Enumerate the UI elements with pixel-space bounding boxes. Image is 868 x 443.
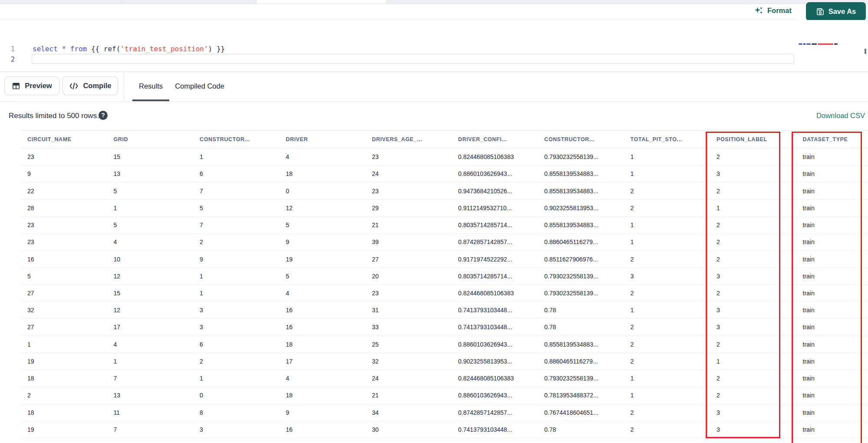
- table-row: 3212316310.7413793103448...0.7813train: [21, 302, 868, 319]
- table-cell: 0: [193, 392, 279, 399]
- table-grid-icon: [12, 82, 20, 90]
- format-button[interactable]: Format: [754, 6, 792, 15]
- table-row: 913618240.8860103626943...0.855813953488…: [21, 165, 868, 182]
- column-header: DATASET_TYPE: [796, 136, 868, 142]
- code-token: 'train_test_position': [120, 45, 208, 53]
- table-cell: 4: [279, 375, 366, 382]
- table-cell: 19: [21, 426, 107, 433]
- table-cell: 15: [107, 290, 194, 297]
- code-token: select: [33, 45, 58, 53]
- table-cell: 2: [624, 205, 710, 212]
- table-cell: 0.7413793103448...: [452, 307, 538, 314]
- code-token: from: [70, 45, 87, 53]
- table-cell: 23: [21, 238, 107, 245]
- table-cell: 2: [624, 426, 710, 433]
- tab-strip-active-tab: [256, 0, 386, 3]
- table-cell: 0.7413793103448...: [452, 324, 538, 331]
- column-header: DRIVERS_AGE_...: [365, 136, 452, 142]
- code-token: [58, 45, 62, 53]
- compile-button[interactable]: Compile: [62, 76, 118, 95]
- table-row: 22570230.9473684210526...0.8558139534883…: [21, 182, 868, 199]
- download-csv-link[interactable]: Download CSV: [816, 112, 865, 120]
- table-cell: 27: [21, 290, 107, 297]
- table-cell: 15: [107, 153, 194, 160]
- table-cell: 33: [365, 324, 452, 331]
- table-row: 197316300.7413793103448...0.7823train: [21, 421, 868, 438]
- table-cell: 21: [365, 222, 452, 228]
- table-cell: 16: [279, 307, 366, 314]
- panel-vertical-divider: [124, 72, 124, 101]
- table-cell: 0.8511627906976...: [538, 256, 624, 263]
- current-line-highlight: [32, 54, 794, 64]
- table-cell: 5: [107, 222, 194, 228]
- table-cell: 3: [710, 170, 796, 177]
- table-cell: 3: [710, 426, 796, 433]
- table-cell: 0.9112149532710...: [452, 205, 538, 212]
- tab-results[interactable]: Results: [132, 77, 169, 95]
- code-token: ) }}: [208, 45, 225, 53]
- table-cell: 0.8035714285714...: [452, 222, 538, 228]
- table-cell: 2: [710, 153, 796, 160]
- table-cell: 0.7813953488372...: [538, 392, 624, 399]
- table-cell: 5: [279, 222, 366, 228]
- table-cell: train: [796, 153, 868, 160]
- table-cell: train: [796, 170, 868, 177]
- table-cell: 0.7413793103448...: [452, 426, 538, 433]
- table-body: 231514230.8244680851063830.7930232558139…: [21, 149, 868, 438]
- tab-compiled-code[interactable]: Compiled Code: [174, 77, 226, 95]
- sparkles-icon: [754, 6, 763, 15]
- table-cell: 0.78: [538, 426, 624, 433]
- table-row: 281512290.9112149532710...0.902325581395…: [21, 200, 868, 217]
- table-cell: 13: [107, 392, 194, 399]
- table-cell: 1: [107, 358, 194, 365]
- table-cell: 12: [279, 205, 366, 212]
- table-cell: 16: [279, 324, 366, 331]
- sql-editor[interactable]: 1 2 select * from {{ ref('train_test_pos…: [0, 20, 868, 72]
- table-header-row: CIRCUIT_NAMEGRIDCONSTRUCTOR...DRIVERDRIV…: [21, 130, 868, 149]
- table-cell: 3: [193, 426, 279, 433]
- preview-button[interactable]: Preview: [4, 76, 59, 95]
- table-cell: 0.7930232558139...: [538, 290, 624, 297]
- table-cell: 2: [21, 392, 107, 399]
- table-cell: 0.7930232558139...: [538, 375, 624, 382]
- table-cell: 0.8558139534883...: [538, 170, 624, 177]
- help-icon[interactable]: ?: [99, 111, 108, 120]
- table-cell: 3: [710, 324, 796, 331]
- table-cell: 3: [710, 307, 796, 314]
- table-cell: train: [796, 358, 868, 365]
- table-cell: 4: [107, 341, 194, 348]
- table-cell: 8: [193, 409, 279, 416]
- table-cell: 23: [365, 290, 452, 297]
- table-cell: 1: [21, 341, 107, 348]
- table-cell: 3: [710, 273, 796, 280]
- table-cell: 0.824468085106383: [452, 290, 538, 297]
- table-cell: 2: [193, 238, 279, 245]
- table-cell: 3: [624, 273, 710, 280]
- save-as-button[interactable]: Save As: [806, 2, 866, 21]
- table-cell: train: [796, 290, 868, 297]
- table-cell: 5: [21, 273, 107, 280]
- table-cell: 13: [107, 170, 194, 177]
- results-table: CIRCUIT_NAMEGRIDCONSTRUCTOR...DRIVERDRIV…: [0, 130, 868, 438]
- table-cell: 0.8860103626943...: [452, 341, 538, 348]
- editor-scrollbar-mark[interactable]: [865, 49, 866, 54]
- table-cell: 23: [21, 222, 107, 228]
- table-cell: 2: [710, 375, 796, 382]
- table-cell: 0.8742857142857...: [452, 238, 538, 245]
- table-cell: 1: [193, 153, 279, 160]
- table-cell: 39: [365, 238, 452, 245]
- table-cell: 2: [624, 341, 710, 348]
- table-cell: 24: [365, 375, 452, 382]
- code-line-1: select * from {{ ref('train_test_positio…: [33, 44, 225, 54]
- table-cell: 0.8860103626943...: [452, 392, 538, 399]
- table-cell: 1: [107, 205, 194, 212]
- results-tab-underline: [132, 99, 169, 101]
- editor-minimap[interactable]: [799, 42, 864, 46]
- table-cell: 27: [21, 324, 107, 331]
- table-row: 2717316330.7413793103448...0.7823train: [21, 319, 868, 336]
- preview-button-label: Preview: [25, 82, 52, 90]
- table-cell: 0.8860103626943...: [452, 170, 538, 177]
- table-row: 1610919270.9171974522292...0.85116279069…: [21, 251, 868, 268]
- table-cell: 22: [21, 188, 107, 195]
- table-cell: 0.78: [538, 307, 624, 314]
